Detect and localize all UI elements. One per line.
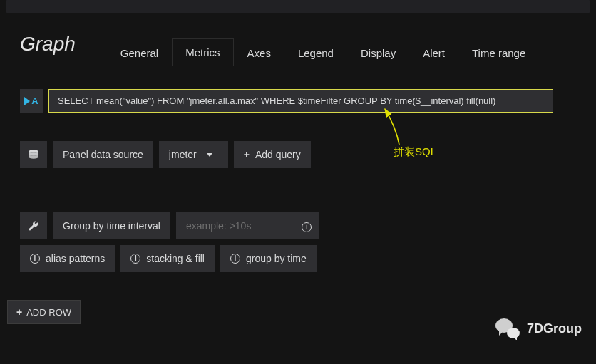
watermark-text: 7DGroup [527,321,582,336]
help-alias-patterns[interactable]: i alias patterns [20,245,115,272]
interval-input[interactable] [176,212,319,239]
query-letter: A [31,95,38,106]
query-row: A SELECT mean("value") FROM "jmeter.all.… [20,89,576,113]
datasource-icon-box [20,141,47,168]
plus-icon: + [244,149,250,160]
datasource-value: jmeter [169,149,197,160]
add-row-button[interactable]: + ADD ROW [7,300,81,324]
help-groupby-label: group by time [246,253,307,264]
top-panel-bar [6,0,590,13]
plus-icon: + [16,306,22,318]
datasource-selector[interactable]: jmeter [159,141,228,168]
svg-point-0 [29,150,38,152]
interval-input-wrap: i [176,212,319,239]
annotation-text: 拼装SQL [394,145,436,159]
help-stacking-fill[interactable]: i stacking & fill [120,245,215,272]
help-row: i alias patterns i stacking & fill i gro… [20,245,576,272]
editor-header: Graph General Metrics Axes Legend Displa… [20,33,576,66]
tab-general[interactable]: General [107,39,172,66]
metrics-section: A SELECT mean("value") FROM "jmeter.all.… [20,66,576,272]
wrench-icon [29,221,38,231]
tab-alert[interactable]: Alert [409,39,458,66]
query-toggle[interactable]: A [20,89,43,113]
query-sql-editor[interactable]: SELECT mean("value") FROM "jmeter.all.a.… [48,89,553,113]
add-query-button[interactable]: + Add query [234,141,311,168]
settings-icon-box[interactable] [20,212,47,239]
tab-display[interactable]: Display [347,39,409,66]
info-icon: i [30,254,40,264]
panel-editor: Graph General Metrics Axes Legend Displa… [0,13,596,272]
info-icon: i [230,254,240,264]
datasource-row: Panel data source jmeter + Add query [20,141,576,168]
tab-legend[interactable]: Legend [284,39,347,66]
interval-row: Group by time interval i [20,212,576,239]
panel-title: Graph [20,33,90,66]
help-alias-label: alias patterns [46,253,105,264]
database-icon [28,150,39,160]
interval-label: Group by time interval [53,212,170,239]
wechat-icon [495,318,520,338]
help-stacking-label: stacking & fill [146,253,205,264]
chevron-down-icon [207,153,212,157]
tab-time-range[interactable]: Time range [458,39,539,66]
tab-axes[interactable]: Axes [234,39,284,66]
add-query-label: Add query [255,149,301,160]
help-group-by-time[interactable]: i group by time [220,245,317,272]
caret-right-icon [24,97,30,105]
datasource-label: Panel data source [53,141,153,168]
tab-metrics[interactable]: Metrics [172,38,233,66]
add-row-label: ADD ROW [26,307,71,318]
info-icon: i [130,254,140,264]
watermark: 7DGroup [495,318,582,338]
tab-bar: General Metrics Axes Legend Display Aler… [107,38,539,66]
